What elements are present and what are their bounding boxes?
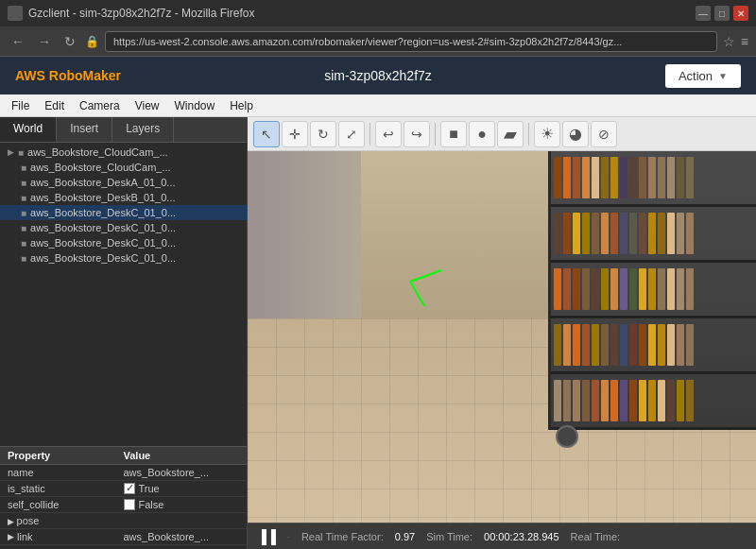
- prop-value-is-static: True: [124, 483, 240, 494]
- sim-time-value: 00:00:23.28.945: [484, 531, 559, 542]
- action-chevron-icon: ▼: [718, 71, 728, 81]
- close-button[interactable]: ✕: [733, 6, 748, 21]
- redo-button[interactable]: ↪: [404, 121, 430, 147]
- tab-insert[interactable]: Insert: [57, 117, 112, 142]
- menu-help[interactable]: Help: [222, 97, 261, 114]
- book-item: [658, 268, 665, 310]
- book-item: [686, 213, 694, 254]
- prop-value-self-collide: False: [124, 499, 240, 510]
- book-item: [573, 213, 580, 254]
- book-item: [677, 268, 684, 310]
- add-sphere-button[interactable]: ●: [469, 121, 495, 147]
- add-sun-button[interactable]: ☀: [534, 121, 560, 147]
- book-item: [582, 268, 590, 310]
- model-icon: ■: [21, 253, 26, 264]
- book-item: [686, 157, 694, 198]
- list-item[interactable]: ■ aws_Bookstore_DeskC_01_0...: [0, 205, 247, 220]
- list-item[interactable]: ■ aws_Bookstore_DeskC_01_0...: [0, 235, 247, 250]
- move-tool-button[interactable]: ✛: [282, 121, 308, 147]
- book-item: [677, 380, 684, 421]
- list-item[interactable]: ■ aws_Bookstore_DeskB_01_0...: [0, 190, 247, 205]
- forward-button[interactable]: →: [34, 32, 55, 51]
- list-item[interactable]: ■ aws_Bookstore_DeskA_01_0...: [0, 175, 247, 190]
- add-directional-button[interactable]: ⊘: [591, 121, 617, 147]
- book-item: [658, 157, 665, 198]
- list-item[interactable]: ■ aws_Bookstore_DeskC_01_0...: [0, 220, 247, 235]
- book-item: [648, 324, 656, 366]
- book-item: [639, 268, 646, 310]
- scale-tool-button[interactable]: ⤢: [338, 121, 365, 147]
- list-item[interactable]: ■ aws_Bookstore_CloudCam_...: [0, 160, 247, 175]
- book-item: [592, 324, 599, 366]
- model-icon: ■: [18, 147, 24, 158]
- book-item: [639, 324, 646, 366]
- book-item: [573, 324, 580, 366]
- browser-menu-icon[interactable]: ≡: [741, 34, 748, 49]
- undo-button[interactable]: ↩: [375, 121, 402, 147]
- property-row-pose[interactable]: pose: [0, 513, 247, 529]
- self-collide-checkbox[interactable]: [124, 499, 135, 510]
- menubar: File Edit Camera View Window Help: [0, 94, 756, 117]
- book-item: [658, 380, 665, 421]
- tab-world[interactable]: World: [0, 117, 57, 142]
- add-box-button[interactable]: ■: [440, 121, 467, 147]
- model-icon: ■: [21, 238, 26, 249]
- status-separator: ·: [287, 531, 290, 542]
- book-item: [601, 157, 609, 198]
- shelf-row: [551, 151, 756, 207]
- refresh-button[interactable]: ↻: [60, 32, 79, 51]
- realtime-factor-value: 0.97: [395, 531, 415, 542]
- property-column-header: Property: [8, 450, 124, 461]
- prop-name-label: ▶link: [8, 531, 124, 542]
- book-item: [648, 380, 656, 421]
- is-static-checkbox[interactable]: [124, 483, 135, 494]
- menu-window[interactable]: Window: [167, 97, 223, 114]
- book-item: [573, 380, 580, 421]
- panel-tabs: World Insert Layers: [0, 117, 247, 143]
- book-item: [620, 213, 627, 254]
- book-item: [601, 213, 609, 254]
- ssl-lock-icon: 🔒: [85, 35, 99, 48]
- prop-name-label: pose: [8, 515, 124, 526]
- property-row-is-static: is_static True: [0, 481, 247, 497]
- toolbar-separator: [528, 123, 529, 146]
- book-item: [563, 213, 571, 254]
- book-item: [667, 380, 675, 421]
- axes-indicator: [410, 262, 448, 300]
- book-item: [620, 324, 627, 366]
- back-button[interactable]: ←: [8, 32, 28, 51]
- menu-camera[interactable]: Camera: [72, 97, 128, 114]
- maximize-button[interactable]: □: [714, 6, 730, 21]
- list-item[interactable]: ▶ ■ aws_Bookstore_CloudCam_...: [0, 145, 247, 160]
- book-item: [582, 380, 590, 421]
- list-item[interactable]: ■ aws_Bookstore_DeskC_01_0...: [0, 250, 247, 266]
- book-item: [554, 380, 561, 421]
- expand-link-icon: ▶: [8, 532, 14, 541]
- select-tool-button[interactable]: ↖: [253, 121, 280, 147]
- rotate-tool-button[interactable]: ↻: [310, 121, 336, 147]
- 3d-scene-canvas[interactable]: [248, 151, 756, 523]
- bookmark-icon[interactable]: ☆: [723, 34, 735, 49]
- menu-edit[interactable]: Edit: [37, 97, 72, 114]
- property-row-link[interactable]: ▶link aws_Bookstore_...: [0, 529, 247, 545]
- add-cylinder-button[interactable]: ▰: [497, 121, 524, 147]
- add-spotlight-button[interactable]: ◕: [562, 121, 589, 147]
- menu-view[interactable]: View: [128, 97, 167, 114]
- book-item: [620, 157, 627, 198]
- prop-name-label: is_static: [8, 483, 124, 494]
- pause-button[interactable]: ▐▐: [257, 529, 276, 544]
- menu-file[interactable]: File: [4, 97, 37, 114]
- book-item: [620, 268, 627, 310]
- book-item: [610, 268, 618, 310]
- minimize-button[interactable]: —: [696, 6, 711, 21]
- x-axis: [410, 269, 442, 283]
- tab-layers[interactable]: Layers: [112, 117, 174, 142]
- book-item: [610, 324, 618, 366]
- book-item: [601, 380, 609, 421]
- model-icon: ■: [21, 193, 26, 203]
- status-bar: ▐▐ · Real Time Factor: 0.97 Sim Time: 00…: [248, 523, 756, 549]
- book-item: [563, 268, 571, 310]
- url-input[interactable]: https://us-west-2.console.aws.amazon.com…: [105, 31, 717, 52]
- action-button[interactable]: Action ▼: [665, 64, 741, 88]
- book-item: [686, 324, 694, 366]
